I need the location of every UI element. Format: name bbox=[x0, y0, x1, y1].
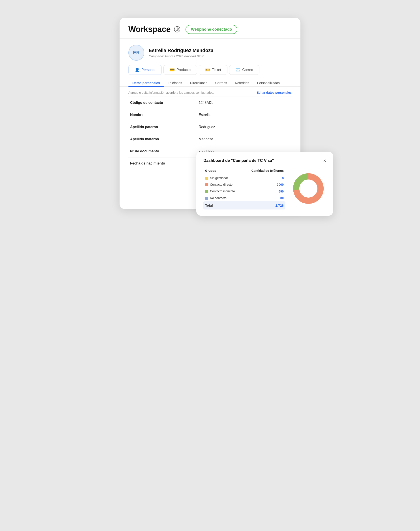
webphone-badge: Webphone conectado bbox=[185, 25, 237, 34]
close-button[interactable]: × bbox=[323, 158, 326, 163]
avatar: ER bbox=[128, 45, 144, 61]
sub-tab-referidos[interactable]: Referidos bbox=[231, 79, 253, 87]
table-row: Apellido paterno Rodríguez bbox=[128, 121, 292, 133]
group-value: 690 bbox=[243, 188, 285, 194]
field-label: Fecha de nacimiento bbox=[128, 157, 197, 170]
table-row: Apellido materno Mendoza bbox=[128, 133, 292, 145]
edit-notice: Agrega o edita información acorde a los … bbox=[120, 87, 300, 97]
personal-icon: 👤 bbox=[135, 67, 140, 72]
total-row: Total 2,728 bbox=[203, 201, 285, 209]
group-value: 30 bbox=[243, 195, 285, 201]
group-label: Contacto directo bbox=[203, 181, 243, 188]
table-row: Código de contacto 1245ADL bbox=[128, 97, 292, 109]
dashboard-table: Grupos Cantidad de teléfonos Sin gestion… bbox=[203, 168, 285, 209]
producto-icon: 💳 bbox=[170, 67, 175, 72]
correo-icon: ✉️ bbox=[236, 67, 240, 72]
ticket-icon: 🎫 bbox=[205, 67, 210, 72]
tab-personal[interactable]: 👤 Personal bbox=[128, 65, 162, 75]
field-label: Nombre bbox=[128, 109, 197, 121]
contact-info: ER Estrella Rodríguez Mendoza Campaña: V… bbox=[120, 39, 300, 61]
sub-tab-personalizados[interactable]: Personalizados bbox=[253, 79, 284, 87]
edit-notice-text: Agrega o edita información acorde a los … bbox=[128, 91, 214, 94]
group-label: Sin gestionar bbox=[203, 175, 243, 181]
tab-ticket[interactable]: 🎫 Ticket bbox=[199, 65, 227, 75]
tab-producto-label: Producto bbox=[177, 68, 191, 72]
tab-correo-label: Correo bbox=[242, 68, 253, 72]
group-value: 8 bbox=[243, 175, 285, 181]
dashboard-row: No contacto 30 bbox=[203, 195, 285, 201]
dashboard-row: Contacto indirecto 690 bbox=[203, 188, 285, 194]
table-row: Nombre Estrella bbox=[128, 109, 292, 121]
svg-point-5 bbox=[299, 179, 317, 198]
tab-ticket-label: Ticket bbox=[212, 68, 221, 72]
contact-campaign: Campaña: Ventas 2024 navidad BCP bbox=[149, 54, 213, 58]
col-cantidad: Cantidad de teléfonos bbox=[243, 168, 285, 175]
main-card: Workspace ⓘ Webphone conectado ER Estrel… bbox=[120, 18, 300, 209]
dashboard-title: Dashboard de "Campaña de TC Visa" bbox=[203, 158, 274, 163]
field-value: 1245ADL bbox=[197, 97, 292, 109]
page-title: Workspace bbox=[128, 25, 170, 34]
total-value: 2,728 bbox=[243, 201, 285, 209]
sub-tab-telefonos[interactable]: Teléfonos bbox=[164, 79, 186, 87]
field-label: Apellido materno bbox=[128, 133, 197, 145]
group-label: No contacto bbox=[203, 195, 243, 201]
field-label: Código de contacto bbox=[128, 97, 197, 109]
field-label: Nº de documento bbox=[128, 145, 197, 157]
sub-tab-direcciones[interactable]: Direcciones bbox=[186, 79, 211, 87]
edit-link[interactable]: Editar datos personales bbox=[256, 91, 292, 94]
contact-name: Estrella Rodríguez Mendoza bbox=[149, 48, 213, 53]
sub-tab-correos[interactable]: Correos bbox=[211, 79, 231, 87]
tab-producto[interactable]: 💳 Producto bbox=[164, 65, 197, 75]
sub-tabs: Datos personales Teléfonos Direcciones C… bbox=[120, 75, 300, 87]
dashboard-panel: Dashboard de "Campaña de TC Visa" × Grup… bbox=[196, 152, 333, 216]
dashboard-header: Dashboard de "Campaña de TC Visa" × bbox=[203, 158, 326, 163]
field-value: Estrella bbox=[197, 109, 292, 121]
main-tabs: 👤 Personal 💳 Producto 🎫 Ticket ✉️ Correo bbox=[120, 61, 300, 75]
sub-tab-datos[interactable]: Datos personales bbox=[128, 79, 164, 87]
info-icon[interactable]: ⓘ bbox=[174, 26, 180, 32]
dashboard-row: Sin gestionar 8 bbox=[203, 175, 285, 181]
donut-chart bbox=[291, 171, 326, 206]
group-label: Contacto indirecto bbox=[203, 188, 243, 194]
dashboard-row: Contacto directo 2000 bbox=[203, 181, 285, 188]
contact-text: Estrella Rodríguez Mendoza Campaña: Vent… bbox=[149, 48, 213, 58]
field-value: Rodríguez bbox=[197, 121, 292, 133]
dashboard-content: Grupos Cantidad de teléfonos Sin gestion… bbox=[203, 168, 326, 209]
group-value: 2000 bbox=[243, 181, 285, 188]
total-label: Total bbox=[203, 201, 243, 209]
tab-correo[interactable]: ✉️ Correo bbox=[229, 65, 259, 75]
tab-personal-label: Personal bbox=[141, 68, 155, 72]
header: Workspace ⓘ Webphone conectado bbox=[120, 18, 300, 39]
col-grupos: Grupos bbox=[203, 168, 243, 175]
field-label: Apellido paterno bbox=[128, 121, 197, 133]
field-value: Mendoza bbox=[197, 133, 292, 145]
